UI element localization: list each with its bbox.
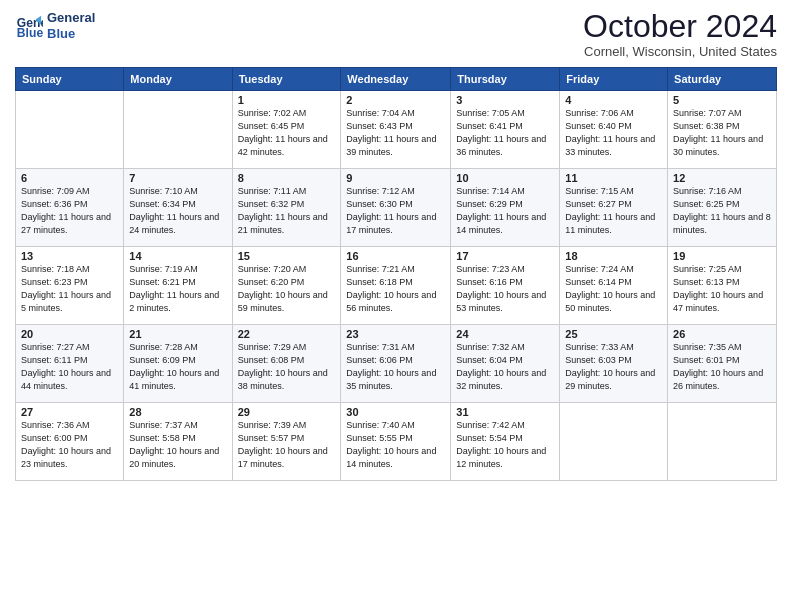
calendar-cell: 19Sunrise: 7:25 AMSunset: 6:13 PMDayligh… [668,247,777,325]
cell-info: Sunrise: 7:39 AMSunset: 5:57 PMDaylight:… [238,419,336,471]
cell-info: Sunrise: 7:16 AMSunset: 6:25 PMDaylight:… [673,185,771,237]
day-number: 30 [346,406,445,418]
col-monday: Monday [124,68,232,91]
cell-info: Sunrise: 7:32 AMSunset: 6:04 PMDaylight:… [456,341,554,393]
calendar-cell: 12Sunrise: 7:16 AMSunset: 6:25 PMDayligh… [668,169,777,247]
day-number: 11 [565,172,662,184]
day-number: 14 [129,250,226,262]
cell-info: Sunrise: 7:04 AMSunset: 6:43 PMDaylight:… [346,107,445,159]
cell-info: Sunrise: 7:10 AMSunset: 6:34 PMDaylight:… [129,185,226,237]
day-number: 7 [129,172,226,184]
calendar-cell: 3Sunrise: 7:05 AMSunset: 6:41 PMDaylight… [451,91,560,169]
cell-info: Sunrise: 7:02 AMSunset: 6:45 PMDaylight:… [238,107,336,159]
cell-info: Sunrise: 7:36 AMSunset: 6:00 PMDaylight:… [21,419,118,471]
calendar-week-1: 6Sunrise: 7:09 AMSunset: 6:36 PMDaylight… [16,169,777,247]
logo-line2: Blue [47,26,95,42]
logo-line1: General [47,10,95,26]
calendar-cell: 27Sunrise: 7:36 AMSunset: 6:00 PMDayligh… [16,403,124,481]
cell-info: Sunrise: 7:07 AMSunset: 6:38 PMDaylight:… [673,107,771,159]
cell-info: Sunrise: 7:42 AMSunset: 5:54 PMDaylight:… [456,419,554,471]
calendar-cell: 23Sunrise: 7:31 AMSunset: 6:06 PMDayligh… [341,325,451,403]
calendar-cell: 2Sunrise: 7:04 AMSunset: 6:43 PMDaylight… [341,91,451,169]
day-number: 4 [565,94,662,106]
cell-info: Sunrise: 7:29 AMSunset: 6:08 PMDaylight:… [238,341,336,393]
cell-info: Sunrise: 7:31 AMSunset: 6:06 PMDaylight:… [346,341,445,393]
day-number: 31 [456,406,554,418]
day-number: 15 [238,250,336,262]
calendar-cell: 14Sunrise: 7:19 AMSunset: 6:21 PMDayligh… [124,247,232,325]
title-block: October 2024 Cornell, Wisconsin, United … [583,10,777,59]
calendar-cell [16,91,124,169]
cell-info: Sunrise: 7:18 AMSunset: 6:23 PMDaylight:… [21,263,118,315]
day-number: 9 [346,172,445,184]
day-number: 16 [346,250,445,262]
calendar-cell: 20Sunrise: 7:27 AMSunset: 6:11 PMDayligh… [16,325,124,403]
cell-info: Sunrise: 7:05 AMSunset: 6:41 PMDaylight:… [456,107,554,159]
calendar-cell: 24Sunrise: 7:32 AMSunset: 6:04 PMDayligh… [451,325,560,403]
day-number: 21 [129,328,226,340]
calendar-cell: 11Sunrise: 7:15 AMSunset: 6:27 PMDayligh… [560,169,668,247]
logo: General Blue General Blue [15,10,95,41]
day-number: 3 [456,94,554,106]
day-number: 2 [346,94,445,106]
day-number: 26 [673,328,771,340]
cell-info: Sunrise: 7:12 AMSunset: 6:30 PMDaylight:… [346,185,445,237]
day-number: 6 [21,172,118,184]
logo-icon: General Blue [15,12,43,40]
col-saturday: Saturday [668,68,777,91]
calendar-cell: 13Sunrise: 7:18 AMSunset: 6:23 PMDayligh… [16,247,124,325]
location: Cornell, Wisconsin, United States [583,44,777,59]
cell-info: Sunrise: 7:06 AMSunset: 6:40 PMDaylight:… [565,107,662,159]
cell-info: Sunrise: 7:15 AMSunset: 6:27 PMDaylight:… [565,185,662,237]
calendar-cell [560,403,668,481]
cell-info: Sunrise: 7:27 AMSunset: 6:11 PMDaylight:… [21,341,118,393]
day-number: 10 [456,172,554,184]
calendar-cell: 29Sunrise: 7:39 AMSunset: 5:57 PMDayligh… [232,403,341,481]
day-number: 5 [673,94,771,106]
col-thursday: Thursday [451,68,560,91]
col-wednesday: Wednesday [341,68,451,91]
cell-info: Sunrise: 7:20 AMSunset: 6:20 PMDaylight:… [238,263,336,315]
logo-text: General Blue [47,10,95,41]
calendar: Sunday Monday Tuesday Wednesday Thursday… [15,67,777,481]
calendar-cell: 18Sunrise: 7:24 AMSunset: 6:14 PMDayligh… [560,247,668,325]
cell-info: Sunrise: 7:40 AMSunset: 5:55 PMDaylight:… [346,419,445,471]
day-number: 1 [238,94,336,106]
calendar-cell: 10Sunrise: 7:14 AMSunset: 6:29 PMDayligh… [451,169,560,247]
calendar-cell: 17Sunrise: 7:23 AMSunset: 6:16 PMDayligh… [451,247,560,325]
calendar-header-row: Sunday Monday Tuesday Wednesday Thursday… [16,68,777,91]
calendar-week-4: 27Sunrise: 7:36 AMSunset: 6:00 PMDayligh… [16,403,777,481]
day-number: 19 [673,250,771,262]
month-title: October 2024 [583,10,777,42]
day-number: 17 [456,250,554,262]
calendar-week-2: 13Sunrise: 7:18 AMSunset: 6:23 PMDayligh… [16,247,777,325]
cell-info: Sunrise: 7:25 AMSunset: 6:13 PMDaylight:… [673,263,771,315]
cell-info: Sunrise: 7:37 AMSunset: 5:58 PMDaylight:… [129,419,226,471]
calendar-week-0: 1Sunrise: 7:02 AMSunset: 6:45 PMDaylight… [16,91,777,169]
header: General Blue General Blue October 2024 C… [15,10,777,59]
calendar-cell: 25Sunrise: 7:33 AMSunset: 6:03 PMDayligh… [560,325,668,403]
calendar-cell: 1Sunrise: 7:02 AMSunset: 6:45 PMDaylight… [232,91,341,169]
cell-info: Sunrise: 7:19 AMSunset: 6:21 PMDaylight:… [129,263,226,315]
day-number: 18 [565,250,662,262]
day-number: 12 [673,172,771,184]
svg-text:Blue: Blue [17,26,43,40]
calendar-cell: 21Sunrise: 7:28 AMSunset: 6:09 PMDayligh… [124,325,232,403]
calendar-cell: 31Sunrise: 7:42 AMSunset: 5:54 PMDayligh… [451,403,560,481]
day-number: 13 [21,250,118,262]
day-number: 27 [21,406,118,418]
cell-info: Sunrise: 7:28 AMSunset: 6:09 PMDaylight:… [129,341,226,393]
day-number: 20 [21,328,118,340]
page: General Blue General Blue October 2024 C… [0,0,792,612]
cell-info: Sunrise: 7:35 AMSunset: 6:01 PMDaylight:… [673,341,771,393]
calendar-cell: 22Sunrise: 7:29 AMSunset: 6:08 PMDayligh… [232,325,341,403]
calendar-cell [124,91,232,169]
col-sunday: Sunday [16,68,124,91]
cell-info: Sunrise: 7:14 AMSunset: 6:29 PMDaylight:… [456,185,554,237]
cell-info: Sunrise: 7:21 AMSunset: 6:18 PMDaylight:… [346,263,445,315]
calendar-cell: 7Sunrise: 7:10 AMSunset: 6:34 PMDaylight… [124,169,232,247]
day-number: 8 [238,172,336,184]
cell-info: Sunrise: 7:24 AMSunset: 6:14 PMDaylight:… [565,263,662,315]
col-friday: Friday [560,68,668,91]
calendar-cell [668,403,777,481]
